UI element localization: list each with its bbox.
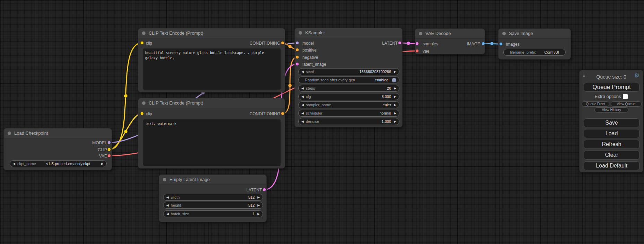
widget-value: normal (379, 111, 391, 115)
view-history-button[interactable]: View History (594, 107, 628, 112)
load-default-button[interactable]: Load Default (584, 161, 639, 170)
queue-front-button[interactable]: Queue Front (582, 101, 609, 107)
widget-label: cfg (306, 94, 311, 99)
clear-button[interactable]: Clear (584, 151, 639, 160)
node-title: VAE Decode (425, 31, 451, 36)
decrement-icon[interactable] (166, 194, 169, 201)
widget-value: ComfyUI (544, 50, 559, 54)
save-button[interactable]: Save (584, 118, 639, 127)
scheduler-widget[interactable]: scheduler normal (298, 110, 399, 117)
extra-options-row: Extra options (580, 94, 643, 99)
output-label-conditioning: CONDITIONING (249, 40, 280, 46)
increment-icon[interactable] (101, 160, 104, 167)
seed-widget[interactable]: seed 156680208700286 (298, 68, 399, 75)
filename-prefix-widget[interactable]: filename_prefix ComfyUI (503, 49, 566, 56)
node-empty-latent-image[interactable]: Empty Latent Image LATENT width 512 heig… (159, 174, 267, 222)
input-label-model: model (302, 40, 314, 46)
node-title-bar[interactable]: VAE Decode (415, 29, 485, 39)
node-title-bar[interactable]: Empty Latent Image (159, 175, 266, 185)
widget-label: Random seed after every gen (305, 78, 355, 82)
node-ksampler[interactable]: KSampler model positive negative latent_… (294, 28, 403, 127)
cfg-widget[interactable]: cfg 8.000 (298, 93, 399, 100)
settings-gear-icon[interactable]: ⚙ (634, 73, 639, 79)
link-dot (288, 84, 292, 87)
decrement-icon[interactable] (301, 93, 304, 100)
decrement-icon[interactable] (301, 110, 304, 117)
decrement-icon[interactable] (13, 160, 15, 167)
widget-value: 512 (248, 203, 255, 207)
collapse-dot-icon[interactable] (502, 32, 506, 35)
node-title: CLIP Text Encode (Prompt) (149, 100, 203, 106)
input-label-negative: negative (302, 55, 318, 60)
refresh-button[interactable]: Refresh (584, 140, 639, 149)
node-title: Empty Latent Image (169, 177, 210, 182)
node-load-checkpoint[interactable]: Load Checkpoint MODEL CLIP VAE ckpt_name… (3, 128, 112, 170)
view-queue-button[interactable]: View Queue (611, 101, 642, 107)
increment-icon[interactable] (257, 194, 260, 201)
node-title-bar[interactable]: Save Image (499, 29, 571, 39)
widget-label: height (171, 203, 181, 207)
prompt-textarea[interactable]: beautiful scenery nature glass bottle la… (143, 48, 281, 90)
collapse-dot-icon[interactable] (419, 32, 422, 35)
increment-icon[interactable] (394, 110, 396, 117)
node-clip-text-encode-positive[interactable]: CLIP Text Encode (Prompt) clip CONDITION… (138, 28, 285, 92)
increment-icon[interactable] (394, 118, 396, 125)
increment-icon[interactable] (394, 85, 396, 92)
collapse-dot-icon[interactable] (299, 31, 302, 35)
node-title-bar[interactable]: Load Checkpoint (4, 128, 112, 138)
prompt-textarea[interactable]: text, watermark (143, 119, 281, 166)
decrement-icon[interactable] (166, 210, 169, 217)
height-widget[interactable]: height 512 (163, 202, 263, 209)
toggle-enabled-icon[interactable] (392, 78, 396, 82)
input-label-clip: clip (146, 40, 152, 46)
ckpt-name-widget[interactable]: ckpt_name v1-5-pruned-emaonly.ckpt (10, 160, 107, 167)
collapse-dot-icon[interactable] (8, 132, 11, 135)
collapse-dot-icon[interactable] (142, 101, 145, 105)
widget-value: 8.000 (382, 94, 391, 99)
collapse-dot-icon[interactable] (163, 178, 166, 181)
output-label-vae: VAE (99, 153, 107, 159)
output-label-clip: CLIP (98, 147, 107, 153)
decrement-icon[interactable] (301, 68, 304, 75)
increment-icon[interactable] (257, 210, 260, 217)
link-dot (124, 130, 127, 133)
extra-options-checkbox[interactable] (623, 94, 628, 99)
widget-value: v1-5-pruned-emaonly.ckpt (46, 162, 90, 166)
steps-widget[interactable]: steps 20 (298, 85, 399, 92)
output-label-conditioning: CONDITIONING (249, 111, 280, 117)
node-title-bar[interactable]: CLIP Text Encode (Prompt) (138, 98, 285, 108)
decrement-icon[interactable] (166, 202, 169, 209)
extra-options-label: Extra options (595, 94, 621, 99)
link-dot (490, 42, 494, 45)
increment-icon[interactable] (257, 202, 260, 209)
node-save-image[interactable]: Save Image images filename_prefix ComfyU… (498, 28, 571, 60)
random-seed-widget[interactable]: Random seed after every gen enabled (298, 76, 399, 83)
node-title-bar[interactable]: KSampler (295, 28, 402, 38)
queue-prompt-button[interactable]: Queue Prompt (584, 83, 639, 92)
denoise-widget[interactable]: denoise 1.000 (298, 118, 399, 125)
widget-label: seed (306, 70, 314, 74)
output-label-model: MODEL (92, 140, 107, 146)
width-widget[interactable]: width 512 (163, 194, 263, 201)
widget-value: enabled (375, 78, 388, 82)
increment-icon[interactable] (394, 101, 396, 108)
node-title-bar[interactable]: CLIP Text Encode (Prompt) (138, 28, 285, 38)
comfyui-canvas[interactable]: { "colors": { "model": "#B39DDB", "clip"… (0, 0, 644, 244)
decrement-icon[interactable] (301, 118, 304, 125)
widget-label: ckpt_name (17, 162, 36, 166)
increment-icon[interactable] (394, 68, 396, 75)
queue-size-label: Queue size: 0 (580, 74, 643, 80)
increment-icon[interactable] (394, 93, 396, 100)
node-title: CLIP Text Encode (Prompt) (149, 30, 203, 36)
decrement-icon[interactable] (301, 85, 304, 92)
node-vae-decode[interactable]: VAE Decode samples vae IMAGE (415, 28, 485, 54)
input-label-positive: positive (302, 47, 317, 53)
load-button[interactable]: Load (584, 129, 639, 138)
widget-value: 20 (387, 86, 391, 90)
decrement-icon[interactable] (301, 101, 304, 108)
collapse-dot-icon[interactable] (142, 31, 145, 35)
sampler-name-widget[interactable]: sampler_name euler (298, 101, 399, 108)
output-label-latent: LATENT (246, 187, 262, 193)
node-clip-text-encode-negative[interactable]: CLIP Text Encode (Prompt) clip CONDITION… (138, 98, 285, 169)
batch-size-widget[interactable]: batch_size 1 (163, 210, 263, 217)
